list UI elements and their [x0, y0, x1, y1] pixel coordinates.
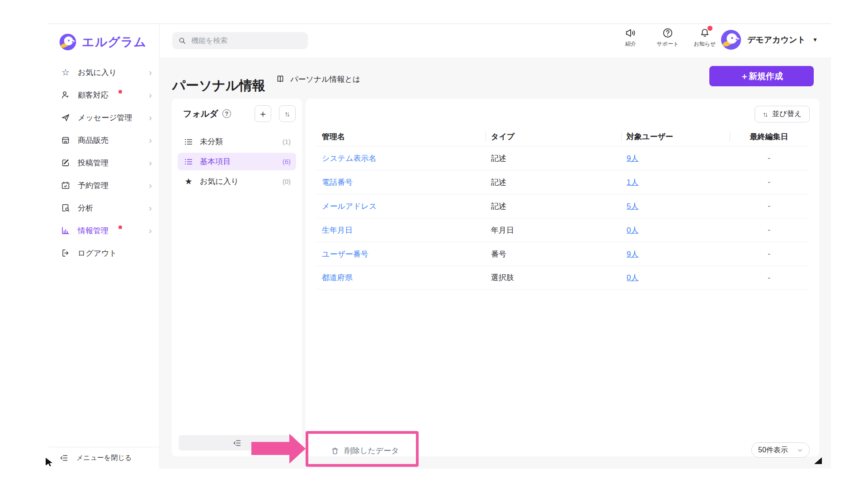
list-icon: [184, 157, 193, 167]
folder-item-favorites[interactable]: ★ お気に入り (0): [178, 173, 296, 190]
brand-logo-icon: [59, 33, 77, 51]
caret-down-icon: ▼: [812, 37, 818, 43]
collapse-panel-icon: [232, 438, 242, 448]
sidebar-item-post-management[interactable]: 投稿管理 ›: [48, 151, 159, 174]
sidebar-item-label: 商品販売: [78, 135, 108, 145]
folder-item-uncategorized[interactable]: 未分類 (1): [178, 133, 296, 150]
collapse-menu-icon: [59, 453, 69, 463]
folder-list: 未分類 (1) 基本項目 (6) ★ お気に入り (0): [172, 133, 302, 190]
notification-badge: [708, 26, 712, 31]
support-button[interactable]: サポート: [654, 27, 682, 48]
folder-help-icon[interactable]: ?: [222, 109, 231, 118]
store-icon: [60, 135, 71, 145]
field-type: 番号: [486, 249, 621, 259]
star-icon: ☆: [60, 68, 71, 77]
help-icon: [662, 27, 674, 39]
target-users-link[interactable]: 9人: [627, 154, 638, 163]
create-new-button[interactable]: ＋新規作成: [709, 66, 814, 86]
last-edited: -: [730, 225, 808, 235]
folder-item-count: (6): [283, 158, 291, 165]
brand-logo[interactable]: エルグラム: [48, 24, 159, 51]
edit-icon: [60, 158, 71, 168]
field-name-link[interactable]: 生年月日: [322, 226, 353, 235]
folder-item-label: 基本項目: [200, 156, 231, 167]
target-users-link[interactable]: 9人: [627, 250, 638, 258]
folder-panel-header: フォルダ ? ＋ ↑↓: [172, 99, 302, 122]
deleted-data-button[interactable]: 削除したデータ: [328, 445, 402, 456]
last-edited: -: [730, 202, 808, 211]
chevron-right-icon: ›: [149, 158, 152, 167]
sidebar-item-label: メッセージ管理: [78, 113, 132, 123]
notifications-button[interactable]: お知らせ: [691, 27, 719, 48]
sidebar-item-favorites[interactable]: ☆ お気に入り ›: [48, 61, 159, 84]
account-menu[interactable]: デモアカウント ▼: [721, 29, 818, 50]
sidebar-item-reservation-management[interactable]: 予約管理 ›: [48, 174, 159, 197]
field-name-link[interactable]: 都道府県: [322, 273, 353, 282]
page-help-label: パーソナル情報とは: [290, 74, 360, 84]
chevron-right-icon: ›: [149, 68, 152, 77]
sidebar-item-label: 分析: [78, 203, 93, 213]
chart-icon: [60, 225, 71, 235]
send-icon: [60, 113, 71, 122]
notification-dot: [118, 225, 122, 229]
sidebar-item-logout[interactable]: ログアウト: [48, 242, 159, 264]
table-row: システム表示名 記述 9人 -: [316, 146, 808, 170]
deleted-data-label: 削除したデータ: [344, 446, 399, 456]
target-users-link[interactable]: 0人: [627, 226, 638, 235]
table-row: メールアドレス 記述 5人 -: [316, 194, 808, 218]
sort-table-button[interactable]: ↑↓ 並び替え: [755, 106, 810, 122]
sidebar-item-customer-support[interactable]: 顧客対応 ›: [48, 84, 159, 106]
sidebar-item-label: 予約管理: [78, 180, 108, 191]
target-users-link[interactable]: 1人: [627, 178, 638, 187]
sidebar-item-analysis[interactable]: 分析 ›: [48, 197, 159, 219]
page-title: パーソナル情報: [172, 77, 265, 95]
folder-item-count: (1): [283, 138, 291, 145]
support-label: サポート: [657, 40, 679, 48]
field-type: 記述: [486, 153, 621, 164]
field-type: 記述: [486, 201, 621, 211]
search-box[interactable]: [172, 32, 308, 49]
page-help-link[interactable]: パーソナル情報とは: [275, 74, 360, 84]
sidebar-item-information-management[interactable]: 情報管理 ›: [48, 219, 159, 242]
sort-arrows-icon: ↑↓: [763, 110, 768, 118]
add-folder-button[interactable]: ＋: [255, 105, 271, 122]
notification-dot: [118, 90, 122, 94]
field-name-link[interactable]: メールアドレス: [322, 202, 377, 211]
chevron-right-icon: ›: [149, 90, 152, 99]
column-header-users: 対象ユーザー: [621, 131, 730, 142]
star-filled-icon: ★: [184, 177, 193, 186]
sidebar-item-label: ログアウト: [78, 248, 117, 258]
logout-icon: [60, 248, 71, 258]
folder-item-label: お気に入り: [200, 176, 239, 187]
table-row: ユーザー番号 番号 9人 -: [316, 242, 808, 266]
folder-item-count: (0): [283, 178, 291, 185]
folder-item-basic-fields[interactable]: 基本項目 (6): [178, 153, 296, 170]
search-input[interactable]: [190, 36, 302, 45]
field-type: 年月日: [486, 225, 621, 235]
bell-icon: [699, 27, 711, 39]
corner-cursor: [814, 457, 822, 464]
page-size-select[interactable]: 50件表示: [751, 442, 810, 458]
close-menu-button[interactable]: メニューを閉じる: [48, 447, 159, 469]
notifications-label: お知らせ: [694, 40, 716, 48]
chevron-right-icon: ›: [149, 136, 152, 145]
field-name-link[interactable]: システム表示名: [322, 154, 377, 163]
target-users-link[interactable]: 5人: [627, 202, 638, 211]
customer-icon: [60, 90, 71, 100]
last-edited: -: [730, 273, 808, 282]
intro-button[interactable]: 紹介: [617, 27, 645, 48]
target-users-link[interactable]: 0人: [627, 273, 638, 282]
field-type: 記述: [486, 177, 621, 188]
search-icon: [178, 37, 186, 45]
sidebar-item-product-sales[interactable]: 商品販売 ›: [48, 129, 159, 151]
field-name-link[interactable]: 電話番号: [322, 178, 353, 187]
field-name-link[interactable]: ユーザー番号: [322, 250, 368, 258]
collapse-folder-panel-button[interactable]: [179, 435, 295, 450]
list-icon: [184, 137, 193, 147]
sidebar-item-message-management[interactable]: メッセージ管理 ›: [48, 106, 159, 129]
sidebar-item-label: お気に入り: [78, 67, 117, 78]
chevron-right-icon: ›: [149, 203, 152, 212]
sort-arrows-icon: ↑↓: [285, 110, 290, 117]
last-edited: -: [730, 178, 808, 187]
sort-folders-button[interactable]: ↑↓: [279, 105, 296, 122]
